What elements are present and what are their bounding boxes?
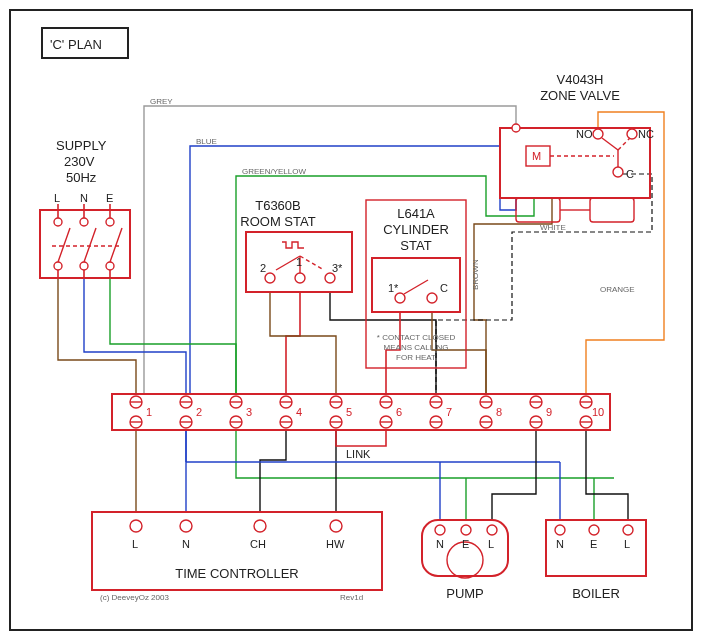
time-controller: L N CH HW TIME CONTROLLER (c) DeeveyOz 2… (92, 512, 382, 602)
svg-point-25 (395, 293, 405, 303)
svg-point-20 (325, 273, 335, 283)
tc-L: L (132, 538, 138, 550)
supply-block: SUPPLY 230V 50Hz L N E (40, 138, 130, 278)
rs-t3: 3* (332, 262, 343, 274)
rs-t2: 2 (260, 262, 266, 274)
pump-L: L (488, 538, 494, 550)
supply-freq: 50Hz (66, 170, 97, 185)
j8: 8 (496, 406, 502, 418)
svg-rect-39 (516, 198, 560, 222)
tc-N: N (182, 538, 190, 550)
room-stat: T6360B ROOM STAT 2 1 3* (240, 198, 352, 292)
svg-point-92 (487, 525, 497, 535)
wire-orange-zone (586, 112, 664, 394)
j7: 7 (446, 406, 452, 418)
wire-label-brown: BROWN (471, 259, 480, 290)
cyl-name: CYLINDER (383, 222, 449, 237)
zone-C: C (626, 168, 634, 180)
wire-supply-L (58, 278, 136, 394)
wire-label-blue: BLUE (196, 137, 217, 146)
svg-line-8 (84, 228, 96, 262)
cs-note2: MEANS CALLING (384, 343, 449, 352)
zone-valve: V4043H ZONE VALVE M NO NC C (500, 72, 654, 222)
svg-point-19 (295, 273, 305, 283)
wire-white-zone (436, 174, 652, 394)
svg-point-94 (555, 525, 565, 535)
wire-label-white: WHITE (540, 223, 566, 232)
j5: 5 (346, 406, 352, 418)
boiler-E: E (590, 538, 597, 550)
tc-HW: HW (326, 538, 345, 550)
zone-NO: NO (576, 128, 593, 140)
wire-rs-2 (270, 292, 336, 394)
wire-link (336, 430, 386, 446)
svg-point-96 (623, 525, 633, 535)
svg-point-90 (435, 525, 445, 535)
supply-volt: 230V (64, 154, 95, 169)
svg-point-84 (130, 520, 142, 532)
boiler-L: L (624, 538, 630, 550)
j4: 4 (296, 406, 302, 418)
cs-note1: * CONTACT CLOSED (377, 333, 456, 342)
zone-name: ZONE VALVE (540, 88, 620, 103)
junction-strip: 1 2 3 4 5 6 7 8 9 10 (112, 394, 610, 430)
svg-line-9 (110, 228, 122, 262)
diagram-title: 'C' PLAN (50, 37, 102, 52)
pump-E: E (462, 538, 469, 550)
wire-boiler-L (586, 430, 628, 520)
svg-rect-40 (590, 198, 634, 222)
svg-point-85 (180, 520, 192, 532)
svg-point-3 (106, 218, 114, 226)
j6: 6 (396, 406, 402, 418)
svg-point-95 (589, 525, 599, 535)
j9: 9 (546, 406, 552, 418)
svg-line-36 (618, 138, 630, 150)
wire-pump-L (492, 430, 536, 520)
pump-N: N (436, 538, 444, 550)
svg-line-23 (300, 256, 324, 270)
cs-note3: FOR HEAT (396, 353, 436, 362)
j2: 2 (196, 406, 202, 418)
j3: 3 (246, 406, 252, 418)
svg-point-2 (80, 218, 88, 226)
svg-line-35 (602, 138, 618, 150)
room-stat-model: T6360B (255, 198, 301, 213)
supply-label: SUPPLY (56, 138, 107, 153)
svg-point-32 (627, 129, 637, 139)
zone-model: V4043H (557, 72, 604, 87)
wire-grey (144, 106, 516, 394)
svg-point-38 (512, 124, 520, 132)
svg-point-86 (254, 520, 266, 532)
pump: N E L PUMP (422, 520, 508, 601)
svg-point-33 (613, 167, 623, 177)
room-stat-name: ROOM STAT (240, 214, 315, 229)
svg-point-4 (54, 262, 62, 270)
j10: 10 (592, 406, 604, 418)
j1: 1 (146, 406, 152, 418)
rs-t1: 1 (296, 256, 302, 268)
wire-cs-C (432, 312, 486, 394)
svg-point-31 (593, 129, 603, 139)
supply-L: L (54, 192, 60, 204)
cs-t1: 1* (388, 282, 399, 294)
cylinder-stat: L641A CYLINDER STAT 1* C * CONTACT CLOSE… (366, 200, 466, 368)
boiler: N E L BOILER (546, 520, 646, 601)
zone-M: M (532, 150, 541, 162)
wire-jb-E-bus (236, 430, 614, 478)
pump-name: PUMP (446, 586, 484, 601)
svg-point-18 (265, 273, 275, 283)
credit: (c) DeeveyOz 2003 (100, 593, 169, 602)
tc-name: TIME CONTROLLER (175, 566, 299, 581)
svg-point-1 (54, 218, 62, 226)
wire-jb-CH (260, 430, 286, 512)
svg-rect-29 (500, 128, 650, 198)
cyl-name2: STAT (400, 238, 431, 253)
cyl-model: L641A (397, 206, 435, 221)
svg-line-7 (58, 228, 70, 262)
svg-line-27 (404, 280, 428, 294)
svg-point-6 (106, 262, 114, 270)
svg-point-87 (330, 520, 342, 532)
zone-NC: NC (638, 128, 654, 140)
supply-N: N (80, 192, 88, 204)
wire-rs-1 (286, 292, 300, 394)
